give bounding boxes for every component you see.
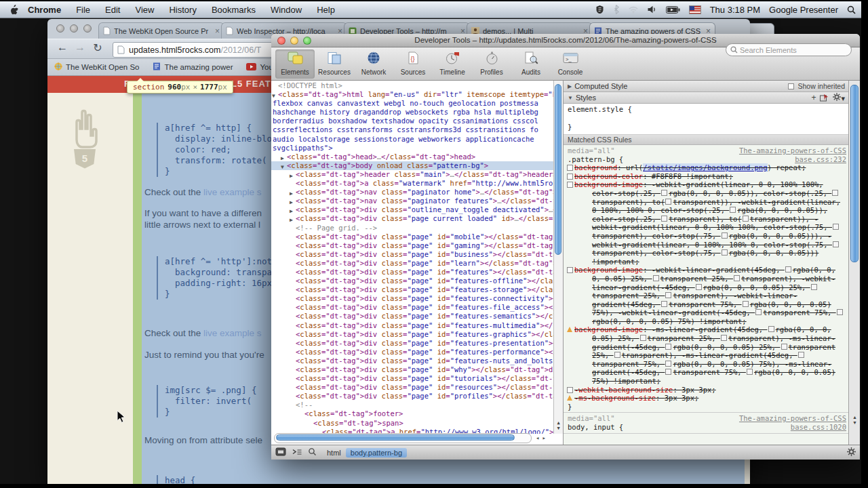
dom-tree-node[interactable]: borderradius boxshadow textshadow opacit… bbox=[271, 117, 554, 125]
dock-to-window-button[interactable] bbox=[275, 447, 286, 459]
panel-audits[interactable]: Audits bbox=[511, 49, 551, 79]
stylesheet-link[interactable]: The-amazing-powers-of-CSS bbox=[739, 146, 846, 155]
dom-tree-node[interactable]: hashchange history draganddrop websocket… bbox=[271, 108, 554, 117]
menu-clock[interactable]: Thu 3:18 PM bbox=[710, 5, 760, 15]
dom-tree-node[interactable]: ▶<class="dt-tag">div class="page current… bbox=[271, 214, 554, 223]
dom-tree-node[interactable]: svgclippaths"> bbox=[271, 144, 554, 152]
resource-link[interactable]: /static/images/background.png bbox=[643, 163, 767, 171]
dom-tree-node[interactable]: <class="dt-tag">span> bbox=[271, 419, 554, 428]
dom-tree-node[interactable]: <class="dt-tag">div class="page" id="res… bbox=[271, 383, 554, 392]
styles-section-header[interactable]: ▼ Styles + ▾ bbox=[564, 92, 849, 104]
dom-vertical-scrollbar[interactable]: ▲▼ bbox=[553, 81, 563, 434]
wifi-icon[interactable] bbox=[628, 5, 639, 14]
volume-icon[interactable] bbox=[648, 5, 657, 14]
menu-window[interactable]: Window bbox=[271, 5, 302, 15]
dom-tree-node[interactable]: ▶<class="dt-tag">nav class="paginator fe… bbox=[271, 197, 554, 205]
styles-vertical-scrollbar[interactable]: ▲▼ bbox=[848, 81, 860, 445]
bookmark-item[interactable]: You bbox=[246, 63, 273, 72]
css-property[interactable]: background-image: -webkit-linear-gradien… bbox=[565, 266, 846, 325]
property-checkbox[interactable] bbox=[567, 387, 573, 393]
panel-elements[interactable]: Elements bbox=[275, 49, 315, 79]
dom-tree-node[interactable]: <class="dt-tag">div class="page" id="fea… bbox=[271, 339, 554, 348]
settings-gear-button[interactable] bbox=[847, 447, 856, 459]
menu-edit[interactable]: Edit bbox=[105, 5, 120, 15]
reload-button[interactable]: ↻ bbox=[90, 41, 106, 54]
dom-tree-node[interactable]: flexbox canvas canvastext webgl no-touch… bbox=[271, 99, 554, 108]
scrollbar-arrows[interactable]: ▲▼ bbox=[851, 415, 859, 426]
css-property[interactable]: background: url(/static/images/backgroun… bbox=[565, 163, 846, 172]
back-button[interactable]: ← bbox=[54, 41, 71, 54]
dom-tree-node[interactable]: <class="dt-tag">div class="page" id="lea… bbox=[271, 259, 554, 268]
css-property[interactable]: -webkit-background-size: 3px 3px; bbox=[565, 386, 846, 394]
battery-icon[interactable] bbox=[666, 6, 680, 14]
element-style-block[interactable]: element.style { } bbox=[564, 104, 849, 135]
scrollbar-thumb[interactable] bbox=[850, 85, 859, 262]
show-inherited-checkbox[interactable] bbox=[788, 83, 794, 89]
scrollbar-thumb[interactable] bbox=[555, 84, 561, 255]
menu-history[interactable]: History bbox=[169, 5, 196, 15]
css-property[interactable]: background-image: -ms-linear-gradient(45… bbox=[565, 325, 846, 385]
bluetooth-icon[interactable] bbox=[613, 5, 619, 14]
dom-tree-node[interactable]: <class="dt-tag">div class="page" id="pro… bbox=[271, 392, 554, 401]
styles-gear-button[interactable]: ▾ bbox=[833, 93, 845, 103]
spotlight-icon[interactable] bbox=[847, 5, 856, 14]
panel-console[interactable]: >_Console bbox=[551, 49, 590, 79]
dom-tree-node[interactable]: ▶<class="dt-tag">header class="main">…</… bbox=[271, 170, 554, 179]
dom-tree-node[interactable]: ▶<class="dt-tag">div class="outline_nav_… bbox=[271, 205, 554, 214]
dom-tree-node[interactable]: ▼<class="dt-tag">body onload class="patt… bbox=[271, 161, 554, 170]
bookmark-item[interactable]: The WebKit Open So bbox=[54, 62, 139, 72]
show-console-button[interactable] bbox=[292, 447, 302, 459]
dom-tree-node[interactable]: <class="dt-tag">div class="page" id="fea… bbox=[271, 303, 554, 312]
stylesheet-link[interactable]: The-amazing-powers-of-CSS bbox=[739, 414, 846, 423]
dom-tree-node[interactable]: <class="dt-tag">div class="page" id="tut… bbox=[271, 374, 554, 383]
dom-tree-node[interactable]: <class="dt-tag">div class="page" id="why… bbox=[271, 365, 554, 374]
computed-style-section-header[interactable]: ▶ Computed Style Show inherited bbox=[564, 81, 849, 92]
dom-tree-node[interactable]: <class="dt-tag">div class="page" id="fea… bbox=[271, 357, 554, 365]
page-link[interactable]: live example s bbox=[203, 187, 262, 197]
menu-help[interactable]: Help bbox=[317, 5, 335, 15]
scrollbar-thumb[interactable] bbox=[276, 434, 515, 441]
dom-horizontal-scrollbar[interactable] bbox=[274, 433, 532, 443]
dom-tree-node[interactable]: ▶<class="dt-tag">head>…</class="dt-tag">… bbox=[271, 152, 554, 161]
dom-tree-node[interactable]: <class="dt-tag">div class="page" id="bus… bbox=[271, 250, 554, 259]
dom-tree-node[interactable]: <class="dt-tag">footer> bbox=[271, 409, 554, 418]
dom-tree-node[interactable]: <class="dt-tag">div class="page" id="fea… bbox=[271, 330, 554, 339]
tab-close-button[interactable]: × bbox=[215, 26, 220, 36]
rule-source-link[interactable]: base.css:232 bbox=[795, 155, 846, 164]
css-property[interactable]: background-image: -webkit-gradient(linea… bbox=[565, 180, 846, 266]
breadcrumb-html[interactable]: html bbox=[322, 448, 346, 458]
css-property[interactable]: background-color: #F8F8F8 !important; bbox=[565, 172, 846, 181]
menu-file[interactable]: File bbox=[76, 5, 90, 15]
apple-menu-icon[interactable] bbox=[9, 5, 18, 15]
property-checkbox[interactable] bbox=[567, 165, 573, 171]
dom-tree-node[interactable]: <class="dt-tag">a class="watermark" href… bbox=[271, 179, 554, 188]
panel-timeline[interactable]: Timeline bbox=[433, 49, 472, 79]
dom-tree-node[interactable]: <class="dt-tag">div class="page" id="gam… bbox=[271, 241, 554, 250]
property-checkbox[interactable] bbox=[567, 267, 573, 273]
input-language-flag-icon[interactable] bbox=[689, 5, 701, 14]
bookmark-item[interactable]: The amazing power bbox=[153, 62, 233, 72]
dom-tree-node[interactable]: <class="dt-tag">div class="page" id="fea… bbox=[271, 285, 554, 294]
menu-view[interactable]: View bbox=[135, 5, 154, 15]
search-input[interactable] bbox=[726, 43, 852, 56]
menu-chrome[interactable]: Chrome bbox=[28, 5, 61, 15]
property-checkbox[interactable] bbox=[567, 182, 573, 188]
scrollbar-arrows[interactable]: ▲▼ bbox=[555, 420, 562, 431]
panel-profiles[interactable]: Profiles bbox=[472, 49, 511, 79]
inspect-element-button[interactable] bbox=[308, 447, 317, 459]
css-property[interactable]: -ms-background-size: 3px 3px; bbox=[565, 394, 846, 403]
dom-tree-node[interactable]: audio localstorage sessionstorage webwor… bbox=[271, 135, 554, 144]
panel-sources[interactable]: {}Sources bbox=[393, 49, 433, 79]
dom-tree-node[interactable]: ▶<class="dt-tag">nav class="paginator ho… bbox=[271, 188, 554, 197]
tab-1[interactable]: The WebKit Open Source Pr× bbox=[98, 22, 224, 39]
dom-tree-node[interactable]: <!-- bbox=[271, 401, 554, 409]
element-state-button[interactable] bbox=[820, 94, 829, 102]
forward-button[interactable]: → bbox=[72, 41, 88, 54]
presenter-app-icon[interactable] bbox=[595, 5, 604, 14]
dom-tree-node[interactable]: <class="dt-tag">div class="page" id="fea… bbox=[271, 312, 554, 321]
page-link[interactable]: live example s bbox=[203, 328, 262, 338]
dom-tree-node[interactable]: <class="dt-tag">div class="page" id="mob… bbox=[271, 232, 554, 241]
rule-source-link[interactable]: base.css:1020 bbox=[791, 423, 846, 432]
dom-tree-node[interactable]: <class="dt-tag">div class="page" id="fea… bbox=[271, 294, 554, 303]
dom-tree-node[interactable]: <!DOCTYPE html> bbox=[271, 81, 554, 90]
